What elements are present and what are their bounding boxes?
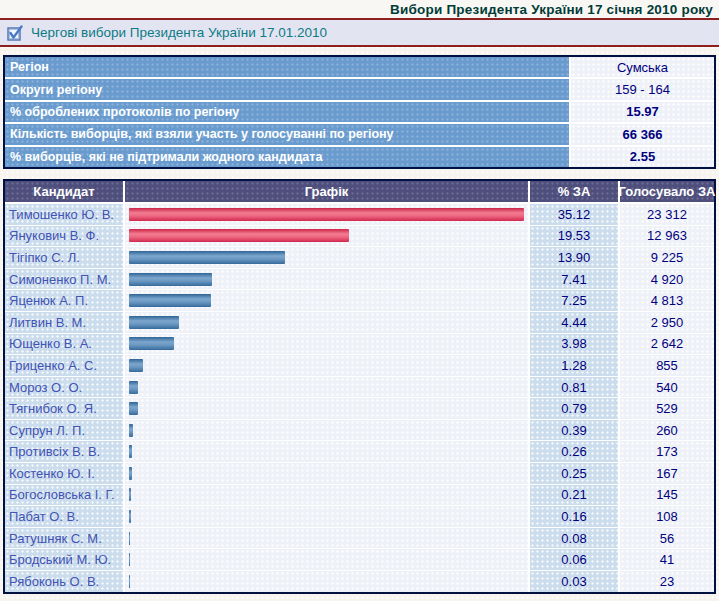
region-table-row: % виборців, які не підтримали жодного ка… bbox=[5, 147, 714, 167]
candidate-name: Рябоконь О. В. bbox=[5, 571, 123, 592]
candidate-votes: 56 bbox=[620, 528, 714, 549]
checkbox-checked-icon[interactable] bbox=[7, 25, 23, 41]
candidate-percent: 3.98 bbox=[530, 334, 618, 355]
candidate-votes: 529 bbox=[620, 398, 714, 419]
region-table-row: % оброблених протоколів по регіону 15.97 bbox=[5, 102, 714, 122]
region-table-row: Регіон Сумська bbox=[5, 57, 714, 77]
candidate-vote-bar bbox=[129, 316, 179, 329]
candidate-votes: 855 bbox=[620, 355, 714, 376]
results-table-body: Тимошенко Ю. В. 35.12 23 312 Янукович В.… bbox=[5, 204, 714, 592]
election-checkbox-label[interactable]: Чергові вибори Президента України 17.01.… bbox=[31, 25, 327, 40]
region-table: Регіон Сумська Округи регіону 159 - 164 … bbox=[3, 55, 716, 169]
candidate-percent: 0.81 bbox=[530, 377, 618, 398]
candidate-vote-bar bbox=[129, 467, 132, 480]
region-row-value: 15.97 bbox=[571, 102, 714, 122]
candidate-bar-cell bbox=[125, 290, 528, 311]
candidate-name: Тягнибок О. Я. bbox=[5, 398, 123, 419]
candidate-bar-cell bbox=[125, 506, 528, 527]
candidate-votes: 23 bbox=[620, 571, 714, 592]
candidate-name: Богословська І. Г. bbox=[5, 485, 123, 506]
header-cell-chart: Графік bbox=[125, 181, 528, 202]
candidate-row: Гриценко А. С. 1.28 855 bbox=[5, 355, 714, 376]
candidate-row: Мороз О. О. 0.81 540 bbox=[5, 377, 714, 398]
region-row-value: 159 - 164 bbox=[571, 79, 714, 99]
candidate-vote-bar bbox=[129, 229, 349, 242]
candidate-name: Бродський М. Ю. bbox=[5, 549, 123, 570]
region-row-label: % оброблених протоколів по регіону bbox=[5, 102, 569, 122]
candidate-name: Тігіпко С. Л. bbox=[5, 247, 123, 268]
candidate-votes: 167 bbox=[620, 463, 714, 484]
candidate-row: Богословська І. Г. 0.21 145 bbox=[5, 485, 714, 506]
candidate-name: Янукович В. Ф. bbox=[5, 226, 123, 247]
candidate-percent: 0.26 bbox=[530, 441, 618, 462]
region-row-label: Округи регіону bbox=[5, 79, 569, 99]
candidate-bar-cell bbox=[125, 571, 528, 592]
candidate-bar-cell bbox=[125, 420, 528, 441]
candidate-name: Симоненко П. М. bbox=[5, 269, 123, 290]
candidate-bar-cell bbox=[125, 549, 528, 570]
header-cell-votes: Голосувало ЗА bbox=[620, 181, 714, 202]
candidate-row: Рябоконь О. В. 0.03 23 bbox=[5, 571, 714, 592]
candidate-votes: 23 312 bbox=[620, 204, 714, 225]
candidate-name: Литвин В. М. bbox=[5, 312, 123, 333]
candidate-row: Симоненко П. М. 7.41 4 920 bbox=[5, 269, 714, 290]
candidate-votes: 2 950 bbox=[620, 312, 714, 333]
candidate-name: Гриценко А. С. bbox=[5, 355, 123, 376]
candidate-name: Мороз О. О. bbox=[5, 377, 123, 398]
candidate-vote-bar bbox=[129, 424, 133, 437]
region-row-label: % виборців, які не підтримали жодного ка… bbox=[5, 147, 569, 167]
candidate-vote-bar bbox=[129, 208, 524, 221]
candidate-name: Супрун Л. П. bbox=[5, 420, 123, 441]
candidate-percent: 0.25 bbox=[530, 463, 618, 484]
candidate-vote-bar bbox=[129, 532, 130, 545]
candidate-bar-cell bbox=[125, 441, 528, 462]
candidate-vote-bar bbox=[129, 359, 143, 372]
candidate-percent: 4.44 bbox=[530, 312, 618, 333]
candidate-percent: 7.25 bbox=[530, 290, 618, 311]
candidate-vote-bar bbox=[129, 251, 285, 264]
page-title: Вибори Президента України 17 січня 2010 … bbox=[390, 2, 713, 17]
candidate-vote-bar bbox=[129, 294, 211, 307]
candidate-name: Ратушняк С. М. bbox=[5, 528, 123, 549]
candidate-bar-cell bbox=[125, 355, 528, 376]
candidate-bar-cell bbox=[125, 226, 528, 247]
region-row-value: Сумська bbox=[571, 57, 714, 77]
candidate-votes: 540 bbox=[620, 377, 714, 398]
candidate-percent: 0.79 bbox=[530, 398, 618, 419]
candidate-row: Ющенко В. А. 3.98 2 642 bbox=[5, 334, 714, 355]
region-table-row: Округи регіону 159 - 164 bbox=[5, 79, 714, 99]
region-row-value: 66 366 bbox=[571, 124, 714, 144]
candidate-name: Пабат О. В. bbox=[5, 506, 123, 527]
candidate-row: Литвин В. М. 4.44 2 950 bbox=[5, 312, 714, 333]
candidate-votes: 12 963 bbox=[620, 226, 714, 247]
candidate-bar-cell bbox=[125, 485, 528, 506]
candidate-name: Ющенко В. А. bbox=[5, 334, 123, 355]
candidate-percent: 19.53 bbox=[530, 226, 618, 247]
candidate-votes: 4 920 bbox=[620, 269, 714, 290]
candidate-row: Ратушняк С. М. 0.08 56 bbox=[5, 528, 714, 549]
candidate-row: Яценюк А. П. 7.25 4 813 bbox=[5, 290, 714, 311]
region-table-row: Кількість виборців, які взяли участь у г… bbox=[5, 124, 714, 144]
header-cell-percent: % ЗА bbox=[530, 181, 618, 202]
candidate-row: Тігіпко С. Л. 13.90 9 225 bbox=[5, 247, 714, 268]
candidate-percent: 35.12 bbox=[530, 204, 618, 225]
candidate-bar-cell bbox=[125, 377, 528, 398]
candidate-row: Бродський М. Ю. 0.06 41 bbox=[5, 549, 714, 570]
candidate-row: Костенко Ю. І. 0.25 167 bbox=[5, 463, 714, 484]
candidate-votes: 41 bbox=[620, 549, 714, 570]
candidate-votes: 9 225 bbox=[620, 247, 714, 268]
candidate-vote-bar bbox=[129, 553, 130, 566]
region-row-label: Кількість виборців, які взяли участь у г… bbox=[5, 124, 569, 144]
candidate-percent: 0.39 bbox=[530, 420, 618, 441]
candidate-votes: 108 bbox=[620, 506, 714, 527]
candidate-votes: 4 813 bbox=[620, 290, 714, 311]
candidate-votes: 260 bbox=[620, 420, 714, 441]
candidate-name: Противсіх В. В. bbox=[5, 441, 123, 462]
header-cell-candidate: Кандидат bbox=[5, 181, 123, 202]
candidate-row: Пабат О. В. 0.16 108 bbox=[5, 506, 714, 527]
candidate-bar-cell bbox=[125, 528, 528, 549]
region-row-value: 2.55 bbox=[571, 147, 714, 167]
candidate-vote-bar bbox=[129, 445, 132, 458]
candidate-votes: 145 bbox=[620, 485, 714, 506]
candidate-row: Тимошенко Ю. В. 35.12 23 312 bbox=[5, 204, 714, 225]
